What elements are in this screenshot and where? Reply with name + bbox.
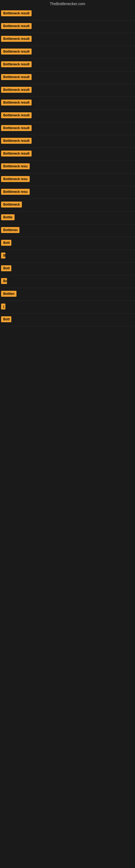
result-row: Bottleneck result	[0, 110, 135, 122]
bottleneck-badge[interactable]: Bottleneck result	[1, 125, 32, 131]
result-row: Bottleneck result	[0, 59, 135, 71]
bottleneck-badge[interactable]: Bottleneck result	[1, 87, 32, 93]
bottleneck-badge[interactable]: Bott	[1, 265, 11, 271]
bottleneck-badge[interactable]: Bottleneck result	[1, 23, 32, 29]
site-title: TheBottlenecker.com	[0, 0, 135, 8]
bottleneck-badge[interactable]: Bottlen	[1, 291, 16, 297]
result-row: Bottleneck	[0, 199, 135, 212]
result-row: Bottlen	[0, 288, 135, 301]
result-row: Bottleneck result	[0, 46, 135, 59]
bottleneck-badge[interactable]: Bottleneck result	[1, 138, 32, 144]
bottleneck-badge[interactable]: Bottle	[1, 214, 14, 220]
result-row: Bottleneck result	[0, 148, 135, 161]
bottleneck-badge[interactable]: Bott	[1, 316, 11, 322]
result-row: Bottleneck result	[0, 84, 135, 97]
result-row: Bottleneck resu	[0, 186, 135, 199]
result-row: Bottleneck result	[0, 97, 135, 110]
result-row: Bott	[0, 237, 135, 250]
bottleneck-badge[interactable]: Bo	[1, 278, 7, 284]
bottleneck-badge[interactable]: Bottleneck resu	[1, 189, 30, 195]
bottleneck-badge[interactable]: Bottleneck result	[1, 112, 32, 118]
bottleneck-badge[interactable]: Bottleneck result	[1, 99, 32, 105]
result-row: Bottleneck result	[0, 122, 135, 135]
bottleneck-badge[interactable]: Bottlenec	[1, 227, 19, 233]
result-row: Bottle	[0, 212, 135, 224]
result-row: B	[0, 250, 135, 262]
bottleneck-badge[interactable]: Bottleneck result	[1, 36, 32, 42]
bottleneck-badge[interactable]: Bottleneck result	[1, 74, 32, 80]
result-row: Bottlenec	[0, 224, 135, 237]
bottleneck-badge[interactable]: Bottleneck resu	[1, 163, 30, 169]
bottleneck-badge[interactable]: Bott	[1, 240, 11, 246]
bottleneck-badge[interactable]: Bottleneck result	[1, 151, 32, 156]
result-row: Bottleneck result	[0, 20, 135, 33]
bottleneck-badge[interactable]: |	[1, 304, 5, 310]
result-row: Bottleneck resu	[0, 173, 135, 186]
result-row: Bottleneck result	[0, 8, 135, 20]
bottleneck-badge[interactable]: Bottleneck result	[1, 61, 32, 67]
bottleneck-badge[interactable]: Bottleneck result	[1, 10, 32, 16]
result-row: Bo	[0, 275, 135, 288]
result-row: Bottleneck result	[0, 135, 135, 148]
bottleneck-badge[interactable]: Bottleneck result	[1, 49, 32, 55]
result-row: Bott	[0, 314, 135, 326]
result-row: Bottleneck result	[0, 71, 135, 84]
result-row: Bottleneck result	[0, 33, 135, 46]
result-row: |	[0, 301, 135, 314]
bottleneck-badge[interactable]: Bottleneck resu	[1, 176, 30, 182]
bottleneck-badge[interactable]: Bottleneck	[1, 202, 22, 208]
result-row: Bott	[0, 262, 135, 275]
bottleneck-badge[interactable]: B	[1, 252, 5, 258]
result-row: Bottleneck resu	[0, 161, 135, 173]
